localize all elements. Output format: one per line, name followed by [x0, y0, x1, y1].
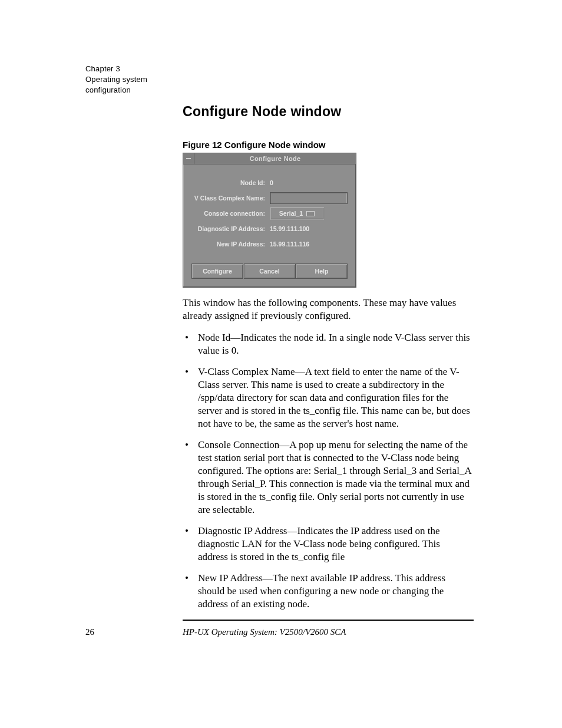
- help-button[interactable]: Help: [296, 263, 348, 279]
- row-node-id: Node Id: 0: [191, 175, 348, 190]
- new-ip-value: 15.99.111.116: [270, 241, 348, 248]
- book-title: HP-UX Operating System: V2500/V2600 SCA: [183, 627, 346, 637]
- node-id-value: 0: [270, 179, 348, 186]
- dialog-titlebar: Configure Node: [183, 153, 356, 164]
- figure-caption: Figure 12 Configure Node window: [183, 140, 326, 150]
- row-diagnostic-ip: Diagnostic IP Address: 15.99.111.100: [191, 221, 348, 236]
- node-id-label: Node Id:: [191, 179, 270, 186]
- dropdown-indicator-icon: [306, 211, 315, 216]
- row-complex-name: V Class Complex Name:: [191, 190, 348, 206]
- page-number: 26: [85, 627, 94, 637]
- row-console-connection: Console connection: Serial_1: [191, 206, 348, 221]
- chapter-marker-line: Operating system: [85, 74, 147, 85]
- diagnostic-ip-value: 15.99.111.100: [270, 225, 348, 232]
- list-item: Diagnostic IP Address—Indicates the IP a…: [183, 525, 472, 564]
- list-item: New IP Address—The next available IP add…: [183, 572, 472, 611]
- row-new-ip: New IP Address: 15.99.111.116: [191, 236, 348, 252]
- new-ip-label: New IP Address:: [191, 241, 270, 248]
- cancel-button[interactable]: Cancel: [244, 263, 296, 279]
- complex-name-label: V Class Complex Name:: [191, 195, 270, 202]
- console-connection-value: Serial_1: [279, 210, 303, 217]
- console-connection-label: Console connection:: [191, 210, 270, 217]
- footer-rule: [183, 620, 474, 621]
- configure-node-dialog: Configure Node Node Id: 0 V Class Comple…: [183, 153, 356, 288]
- list-item: Console Connection—A pop up menu for sel…: [183, 439, 472, 516]
- dialog-title: Configure Node: [194, 155, 356, 162]
- page-root: Chapter 3 Operating system configuration…: [0, 0, 562, 728]
- diagnostic-ip-label: Diagnostic IP Address:: [191, 225, 270, 232]
- dialog-body: Node Id: 0 V Class Complex Name: Console…: [183, 164, 356, 258]
- body-paragraph: This window has the following components…: [183, 297, 472, 322]
- list-item: Node Id—Indicates the node id. In a sing…: [183, 331, 472, 357]
- section-heading: Configure Node window: [183, 104, 342, 120]
- chapter-marker-line: Chapter 3: [85, 64, 147, 74]
- dialog-button-row: Configure Cancel Help: [183, 258, 356, 287]
- list-item: V-Class Complex Name—A text field to ent…: [183, 365, 472, 430]
- chapter-marker: Chapter 3 Operating system configuration: [85, 64, 147, 95]
- bullet-list: Node Id—Indicates the node id. In a sing…: [183, 331, 472, 619]
- window-menu-icon[interactable]: [183, 153, 194, 164]
- configure-button[interactable]: Configure: [191, 263, 243, 279]
- complex-name-input[interactable]: [270, 192, 348, 204]
- chapter-marker-line: configuration: [85, 85, 147, 95]
- console-connection-dropdown[interactable]: Serial_1: [270, 207, 324, 220]
